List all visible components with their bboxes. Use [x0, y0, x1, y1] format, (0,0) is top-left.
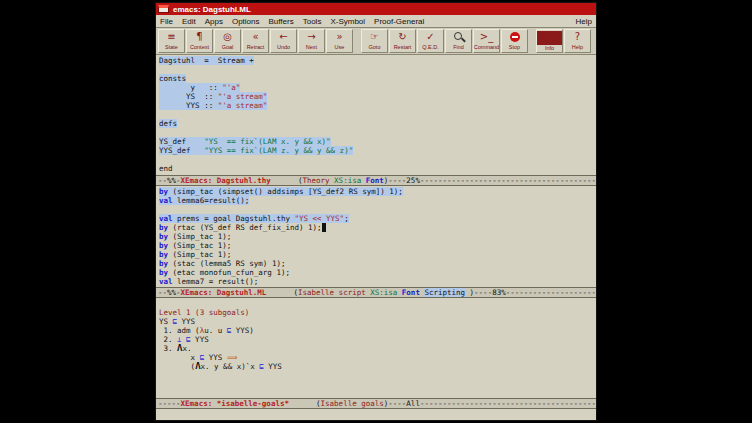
- menu-file[interactable]: File: [160, 17, 173, 26]
- text-line: YYS_def "YYS == fix`(LAM z. y && y && z)…: [159, 146, 596, 155]
- text-line: --%%-XEmacs: Dagstuhl.thy (Theory XS:isa…: [158, 176, 596, 185]
- text-line: defs: [159, 119, 596, 128]
- text-line: YYS :: "'a stream": [159, 101, 596, 110]
- text-line: y :: "'a": [159, 83, 596, 92]
- buffer-dagstuhl-thy[interactable]: Dagstuhl = Stream + consts y :: "'a" YS …: [156, 55, 596, 175]
- toolbar-stop-button[interactable]: Stop: [501, 29, 528, 53]
- text-line: [159, 128, 596, 137]
- goal-icon: ◎: [215, 30, 240, 44]
- stop-icon: [502, 30, 527, 44]
- modeline-dagstuhl-ml[interactable]: --%%-XEmacs: Dagstuhl.ML (Isabelle scrip…: [156, 287, 596, 298]
- menu-edit[interactable]: Edit: [182, 17, 196, 26]
- text-line: by (Simp_tac 1);: [159, 250, 596, 259]
- retract-icon: «: [243, 30, 268, 44]
- text-line: (Λx. y && x)`x ⊑ YYS: [159, 362, 596, 371]
- qed-icon: ✓: [418, 30, 443, 44]
- buffer-isabelle-goals[interactable]: Level 1 (3 subgoals)YS ⊑ YYS 1. adm (λu.…: [156, 298, 596, 398]
- text-line: end: [159, 164, 596, 173]
- text-line: Level 1 (3 subgoals): [159, 308, 596, 317]
- text-line: --%%-XEmacs: Dagstuhl.ML (Isabelle scrip…: [158, 288, 596, 297]
- text-line: [159, 299, 596, 308]
- text-line: by (rtac (YS_def RS def_fix_ind) 1);: [159, 223, 596, 232]
- toolbar-info-label: Info: [545, 45, 554, 52]
- command-icon: >_: [474, 30, 499, 44]
- toolbar-next-label: Next: [306, 44, 317, 51]
- toolbar-qed-button[interactable]: ✓Q.E.D.: [417, 29, 444, 53]
- window-title: emacs: Dagstuhl.ML: [173, 5, 251, 14]
- restart-icon: ↻: [390, 30, 415, 44]
- use-icon: »: [327, 30, 352, 44]
- toolbar-command-button[interactable]: >_Command: [473, 29, 500, 53]
- text-line: by (etac monofun_cfun_arg 1);: [159, 268, 596, 277]
- text-line: 3. Λx.: [159, 344, 596, 353]
- menu-items: FileEditAppsOptionsBuffersToolsX-SymbolP…: [160, 17, 424, 26]
- next-icon: →: [299, 30, 324, 44]
- menu-buffers[interactable]: Buffers: [269, 17, 294, 26]
- toolbar-state-label: State: [165, 44, 178, 51]
- text-line: by (simp_tac (simpset() addsimps [YS_def…: [159, 187, 596, 196]
- toolbar-find-button[interactable]: Find: [445, 29, 472, 53]
- help-icon: ?: [565, 30, 590, 44]
- text-line: YS :: "'a stream": [159, 92, 596, 101]
- menubar: FileEditAppsOptionsBuffersToolsX-SymbolP…: [156, 15, 596, 28]
- undo-icon: ←: [271, 30, 296, 44]
- toolbar-context-label: Context: [190, 44, 209, 51]
- menu-options[interactable]: Options: [232, 17, 260, 26]
- menu-x-symbol[interactable]: X-Symbol: [330, 17, 365, 26]
- toolbar-use-label: Use: [335, 44, 345, 51]
- xemacs-window: emacs: Dagstuhl.ML FileEditAppsOptionsBu…: [155, 2, 597, 421]
- info-icon: i: [537, 31, 562, 45]
- toolbar-qed-label: Q.E.D.: [422, 44, 439, 51]
- goto-icon: ☞: [362, 30, 387, 44]
- menu-proof-general[interactable]: Proof-General: [374, 17, 424, 26]
- toolbar-goal-button[interactable]: ◎Goal: [214, 29, 241, 53]
- text-line: x ⊑ YYS ⟹: [159, 353, 596, 362]
- window-menu-icon[interactable]: [158, 5, 169, 13]
- proof-general-toolbar: ≡State¶Context◎Goal«Retract←Undo→Next»Us…: [156, 28, 596, 55]
- text-line: [159, 155, 596, 164]
- text-line: YS ⊑ YYS: [159, 317, 596, 326]
- text-line: by (Simp_tac 1);: [159, 241, 596, 250]
- toolbar-info-button[interactable]: iInfo: [536, 29, 563, 53]
- toolbar-goto-label: Goto: [369, 44, 381, 51]
- buffer-dagstuhl-ml[interactable]: by (simp_tac (simpset() addsimps [YS_def…: [156, 186, 596, 287]
- text-line: by (stac (lemma5 RS sym) 1);: [159, 259, 596, 268]
- text-line: val lemma6=result();: [159, 196, 596, 205]
- toolbar-undo-label: Undo: [277, 44, 290, 51]
- toolbar-next-button[interactable]: →Next: [298, 29, 325, 53]
- screen: emacs: Dagstuhl.ML FileEditAppsOptionsBu…: [0, 0, 752, 423]
- toolbar-state-button[interactable]: ≡State: [158, 29, 185, 53]
- toolbar-use-button[interactable]: »Use: [326, 29, 353, 53]
- text-line: by (Simp_tac 1);: [159, 232, 596, 241]
- text-line: 1. adm (λu. u ⊑ YYS): [159, 326, 596, 335]
- toolbar-restart-button[interactable]: ↻Restart: [389, 29, 416, 53]
- text-line: [159, 205, 596, 214]
- toolbar-goal-label: Goal: [222, 44, 234, 51]
- text-line: consts: [159, 74, 596, 83]
- text-line: [159, 65, 596, 74]
- menu-tools[interactable]: Tools: [303, 17, 322, 26]
- minibuffer[interactable]: [156, 409, 596, 420]
- text-line: 2. ⊥ ⊑ YYS: [159, 335, 596, 344]
- toolbar-goto-button[interactable]: ☞Goto: [361, 29, 388, 53]
- text-line: Dagstuhl = Stream +: [159, 56, 596, 65]
- toolbar-retract-label: Retract: [247, 44, 265, 51]
- modeline-dagstuhl-thy[interactable]: --%%-XEmacs: Dagstuhl.thy (Theory XS:isa…: [156, 175, 596, 186]
- text-line: [159, 110, 596, 119]
- toolbar-retract-button[interactable]: «Retract: [242, 29, 269, 53]
- context-icon: ¶: [187, 30, 212, 44]
- menu-help[interactable]: Help: [576, 17, 592, 26]
- toolbar-help-button[interactable]: ?Help: [564, 29, 591, 53]
- state-icon: ≡: [159, 30, 184, 44]
- toolbar-context-button[interactable]: ¶Context: [186, 29, 213, 53]
- toolbar-help-label: Help: [572, 44, 583, 51]
- modeline-isabelle-goals[interactable]: -----XEmacs: *isabelle-goals* (Isabelle …: [156, 398, 596, 409]
- toolbar-undo-button[interactable]: ←Undo: [270, 29, 297, 53]
- toolbar-stop-label: Stop: [509, 44, 520, 51]
- text-line: val prems = goal Dagstuhl.thy "YS << YYS…: [159, 214, 596, 223]
- toolbar-restart-label: Restart: [394, 44, 412, 51]
- toolbar-find-label: Find: [453, 44, 464, 51]
- text-line: YS_def "YS == fix`(LAM x. y && x)": [159, 137, 596, 146]
- menu-apps[interactable]: Apps: [205, 17, 223, 26]
- titlebar[interactable]: emacs: Dagstuhl.ML: [156, 3, 596, 15]
